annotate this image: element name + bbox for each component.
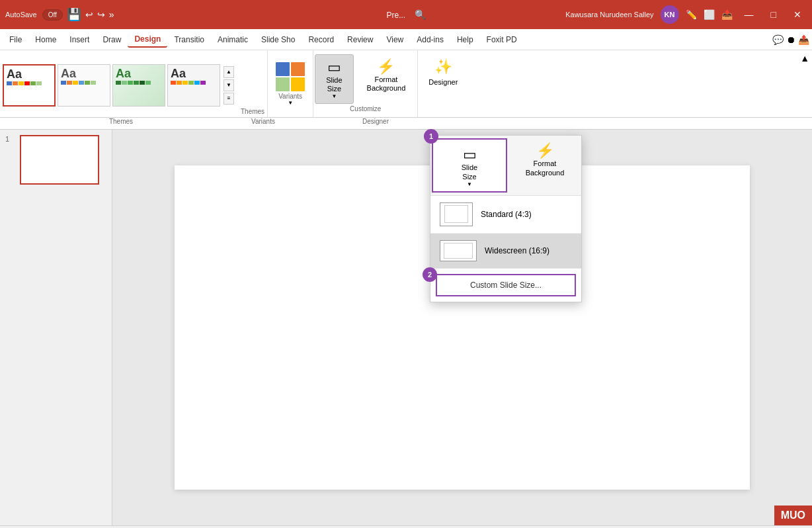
search-icon[interactable]: 🔍 (415, 9, 426, 20)
color-5 (30, 81, 36, 85)
theme-aa-2: Aa (61, 67, 107, 79)
color-4 (79, 81, 84, 85)
close-button[interactable]: ✕ (788, 7, 807, 22)
format-bg-label: FormatBackground (367, 75, 406, 93)
standard-inner (444, 205, 468, 223)
theme-item-1[interactable]: Aa (3, 64, 56, 107)
custom-size-wrapper: 2 Custom Slide Size... (430, 274, 581, 296)
autosave-toggle[interactable]: Off (42, 9, 63, 21)
custom-label: Custom Slide Size... (470, 281, 542, 290)
color-4 (24, 81, 30, 85)
scroll-more-btn[interactable]: ≡ (223, 93, 234, 105)
customize-label: Customize (313, 105, 417, 114)
scroll-down-btn[interactable]: ▼ (223, 79, 234, 91)
menu-file[interactable]: File (3, 32, 28, 47)
dropdown-slide-size-label: SlideSize (462, 163, 477, 181)
slide-size-icon: ▭ (327, 59, 341, 76)
menu-slideshow[interactable]: Slide Sho (255, 32, 302, 47)
autosave-off-label: Off (48, 11, 57, 19)
variants-section: Variants ▼ (268, 50, 313, 117)
format-background-btn[interactable]: ⚡ FormatBackground (356, 54, 417, 104)
standard-icon (440, 202, 473, 226)
theme-item-3[interactable]: Aa (112, 64, 165, 107)
themes-section-label: Themes (5, 118, 237, 129)
maximize-button[interactable]: □ (766, 7, 782, 22)
menu-design[interactable]: Design (128, 32, 167, 48)
color-1 (116, 81, 121, 85)
save-icon[interactable]: 💾 (67, 7, 81, 22)
title-bar-right: Kawusara Nurudeen Salley KN ✏️ ⬜ 📤 — □ ✕ (540, 5, 807, 24)
menu-home[interactable]: Home (28, 32, 63, 47)
color-1 (61, 81, 66, 85)
muo-watermark: MUO (774, 506, 812, 525)
variants-btn[interactable]: Variants ▼ (276, 62, 305, 106)
color-5 (85, 81, 90, 85)
menu-foxit[interactable]: Foxit PD (480, 32, 524, 47)
present-icon[interactable]: ⬜ (704, 9, 715, 20)
variants-label: Variants (278, 93, 302, 100)
minimize-button[interactable]: — (739, 7, 759, 22)
designer-section[interactable]: ✨ Designer (418, 50, 468, 117)
format-bg-icon: ⚡ (377, 58, 395, 75)
theme-colors-3 (116, 81, 162, 85)
designer-icon: ✨ (434, 58, 452, 75)
customize-btns-row: ▭ SlideSize ▼ ⚡ FormatBackground (313, 53, 417, 105)
menu-draw[interactable]: Draw (96, 32, 128, 47)
redo-icon[interactable]: ↪ (97, 9, 105, 20)
variants-grid (276, 62, 305, 91)
ribbon-labels-row: Themes Variants Designer (0, 118, 812, 130)
scroll-up-btn[interactable]: ▲ (223, 66, 234, 78)
color-4 (134, 81, 139, 85)
menu-bar: File Home Insert Draw Design Transitio A… (0, 29, 812, 50)
status-bar: Slide 1 of 1 📋 Accessibility: Good to go… (0, 525, 812, 528)
color-6 (36, 81, 42, 85)
share-ribbon-icon[interactable]: 📤 (798, 34, 809, 45)
widescreen-size-item[interactable]: Widescreen (16:9) (430, 234, 581, 268)
pen-icon[interactable]: ✏️ (686, 9, 697, 20)
comments-icon[interactable]: 💬 (772, 34, 784, 45)
variants-section-label: Variants (237, 118, 290, 129)
dropdown-slide-size-arrow: ▼ (467, 181, 472, 187)
menu-view[interactable]: View (380, 32, 410, 47)
menu-insert[interactable]: Insert (63, 32, 96, 47)
step-badge-2: 2 (423, 267, 437, 282)
menu-animations[interactable]: Animatic (211, 32, 255, 47)
themes-row: Aa Aa (3, 53, 234, 117)
color-6 (200, 81, 206, 85)
menu-review[interactable]: Review (341, 32, 380, 47)
menu-bar-right: 💬 ⏺ 📤 (772, 34, 809, 45)
app-name: Pre... (386, 11, 405, 20)
share-icon[interactable]: 📤 (721, 9, 733, 20)
dropdown-format-bg-label: FormatBackground (526, 159, 565, 177)
standard-size-item[interactable]: Standard (4:3) (430, 196, 581, 234)
menu-transitions[interactable]: Transitio (167, 32, 211, 47)
themes-label: Themes (234, 108, 264, 117)
menu-help[interactable]: Help (450, 32, 480, 47)
variant-2 (291, 62, 305, 76)
color-3 (73, 81, 78, 85)
menu-record[interactable]: Record (302, 32, 341, 47)
undo-icon[interactable]: ↩ (85, 9, 93, 20)
color-6 (91, 81, 96, 85)
dropdown-slide-size-btn[interactable]: ▭ SlideSize ▼ (432, 138, 507, 192)
dropdown-slide-size-icon: ▭ (463, 146, 477, 163)
theme-item-4[interactable]: Aa (167, 64, 220, 107)
record-dot-icon[interactable]: ⏺ (786, 34, 795, 45)
ribbon-collapse-btn[interactable]: ▲ (797, 50, 812, 66)
slide-image-1[interactable] (20, 135, 99, 185)
color-1 (7, 81, 12, 85)
title-bar-center: Pre... 🔍 (272, 9, 540, 20)
user-avatar[interactable]: KN (661, 5, 679, 24)
color-5 (194, 81, 200, 85)
theme-item-2[interactable]: Aa (58, 64, 110, 107)
dropdown-format-bg-btn[interactable]: ⚡ FormatBackground (508, 136, 581, 195)
menu-addins[interactable]: Add-ins (410, 32, 450, 47)
slide-thumbnail-1[interactable]: 1 (5, 135, 106, 185)
color-2 (67, 81, 72, 85)
more-commands-icon[interactable]: » (109, 9, 114, 20)
dropdown-format-bg-icon: ⚡ (536, 142, 554, 159)
custom-slide-size-btn[interactable]: Custom Slide Size... (436, 274, 576, 296)
slide-size-btn[interactable]: ▭ SlideSize ▼ (315, 54, 353, 104)
theme-colors-2 (61, 81, 107, 85)
color-3 (183, 81, 188, 85)
